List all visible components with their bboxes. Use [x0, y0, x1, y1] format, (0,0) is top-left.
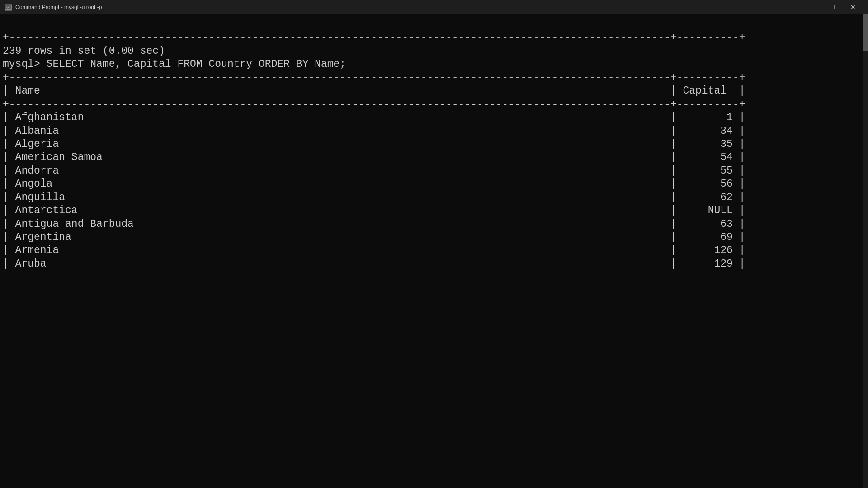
terminal-line: | Albania | 34 | [2, 125, 866, 138]
terminal-line: | Anguilla | 62 | [2, 191, 866, 204]
maximize-button[interactable]: ❐ [822, 0, 843, 14]
terminal-line: | Algeria | 35 | [2, 138, 866, 151]
terminal-line: | Afghanistan | 1 | [2, 111, 866, 124]
terminal-line: mysql> SELECT Name, Capital FROM Country… [2, 58, 866, 71]
terminal-line: | Aruba | 129 | [2, 258, 866, 271]
terminal-line: | Armenia | 126 | [2, 244, 866, 257]
terminal-line: | Antigua and Barbuda | 63 | [2, 218, 866, 231]
close-button[interactable]: ✕ [843, 0, 863, 14]
terminal-line: | Antarctica | NULL | [2, 204, 866, 217]
svg-rect-0 [5, 5, 11, 9]
scrollbar[interactable] [863, 14, 868, 488]
terminal-line: +---------------------------------------… [2, 98, 866, 111]
minimize-button[interactable]: — [801, 0, 822, 14]
terminal-line: | Angola | 56 | [2, 178, 866, 191]
title-bar: Command Prompt - mysql -u root -p — ❐ ✕ [0, 0, 868, 14]
terminal-line: 239 rows in set (0.00 sec) [2, 45, 866, 58]
terminal-line: | American Samoa | 54 | [2, 151, 866, 164]
terminal-line: +---------------------------------------… [2, 71, 866, 84]
scrollbar-thumb[interactable] [863, 14, 868, 51]
terminal-line: +---------------------------------------… [2, 31, 866, 44]
terminal-line: | Andorra | 55 | [2, 164, 866, 178]
terminal-window[interactable]: +---------------------------------------… [0, 14, 868, 488]
title-icon [5, 4, 12, 11]
title-text: Command Prompt - mysql -u root -p [15, 4, 102, 10]
terminal-line: | Argentina | 69 | [2, 231, 866, 244]
terminal-line: | Name | Capital | [2, 84, 866, 98]
